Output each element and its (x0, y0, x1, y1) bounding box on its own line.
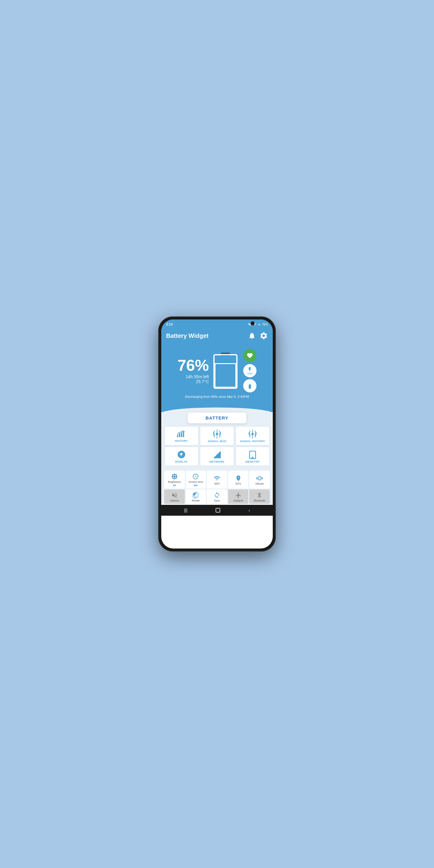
airplane-label: Airplane (233, 499, 243, 502)
desktop-label: DESKTOP (246, 460, 260, 463)
battery-main: 76% 14h 55m left 25.7°C (166, 349, 268, 393)
heart-icon (247, 352, 253, 359)
brightness-icon (171, 473, 178, 480)
phone-frame: 2:13 76% Battery Widget (158, 316, 276, 552)
battery-time-left: 14h 55m left (178, 374, 209, 379)
svg-point-10 (182, 430, 183, 431)
history-icon (177, 430, 186, 438)
voltage-label: 3.9V (247, 372, 252, 375)
battery-fill (215, 363, 236, 388)
battery-tab[interactable]: BATTERY (187, 412, 247, 424)
battery-tab-wrap: BATTERY (161, 412, 273, 424)
brightness-label: Brightness (168, 480, 181, 484)
screen-time-value: 30s (194, 484, 198, 487)
network-icon (213, 450, 221, 459)
desktop-icon (248, 450, 257, 459)
sync-label: Sync (214, 499, 220, 502)
gps-label: GPS (236, 482, 241, 485)
back-button[interactable]: ‹ (249, 508, 250, 513)
display-button[interactable]: DISPLAY (164, 447, 198, 466)
bolt-icon (247, 367, 253, 372)
history-label: HISTORY (175, 439, 188, 442)
screen-time-toggle[interactable]: Screen time 30s (186, 471, 206, 489)
bluetooth-icon (256, 492, 263, 498)
svg-rect-5 (179, 433, 180, 437)
svg-point-8 (179, 432, 179, 433)
bluetooth-label: Bluetooth (254, 499, 265, 502)
svg-rect-24 (216, 508, 220, 512)
airplane-toggle[interactable]: Airplane (228, 490, 249, 504)
signal-history-icon (248, 430, 257, 438)
grid-row-1: HISTORY SIGNAL MAP (164, 426, 270, 445)
svg-point-18 (252, 457, 253, 457)
home-icon (215, 507, 221, 513)
desktop-button[interactable]: DESKTOP (236, 447, 270, 466)
toggles-row-1: Brightness 50 Screen time 30s WiFi (164, 471, 270, 489)
notification-icon[interactable] (248, 332, 256, 340)
battery-section: 76% 14h 55m left 25.7°C (161, 346, 273, 407)
vibrate-label: Vibrate (255, 482, 264, 485)
voltage-button[interactable]: 3.9V (243, 364, 256, 377)
rotate-icon (192, 492, 199, 498)
discharge-text: Discharging from 99% since Mar 6, 2:40PM (185, 395, 249, 398)
battery-body (213, 354, 238, 389)
svg-rect-2 (259, 324, 259, 325)
rotate-toggle[interactable]: Rotate (186, 490, 206, 504)
volume-label: Volume (170, 499, 179, 502)
signal-map-button[interactable]: SIGNAL MAP (200, 426, 234, 445)
svg-rect-6 (181, 432, 182, 437)
svg-rect-4 (177, 435, 179, 437)
svg-point-19 (238, 476, 239, 478)
battery-side-icons: 3.9V Li (243, 349, 256, 393)
toggles-row-2: Volume Rotate Sync (164, 490, 270, 504)
svg-point-14 (252, 433, 253, 435)
gps-toggle[interactable]: GPS (228, 471, 249, 489)
battery-temperature: 25.7°C (178, 379, 209, 384)
battery-icon (212, 352, 239, 389)
status-time: 2:13 (166, 322, 173, 326)
signal-map-label: SIGNAL MAP (208, 440, 226, 443)
health-button[interactable] (243, 349, 256, 362)
li-label: Li (249, 387, 251, 389)
clock-icon (192, 473, 199, 480)
svg-rect-1 (258, 324, 259, 326)
svg-rect-3 (260, 323, 260, 325)
home-button[interactable] (215, 507, 221, 513)
signal-history-label: SIGNAL HISTORY (240, 440, 265, 443)
phone-screen: 2:13 76% Battery Widget (161, 319, 273, 549)
svg-point-12 (216, 433, 218, 435)
battery-status: 76% (262, 323, 268, 326)
settings-icon[interactable] (259, 332, 268, 340)
display-icon (177, 450, 186, 459)
wifi-toggle-icon (214, 475, 220, 482)
network-label: NETWORK (210, 460, 224, 463)
volume-icon (171, 492, 178, 498)
sync-icon (214, 492, 220, 498)
battery-type-button[interactable]: Li (243, 379, 256, 393)
app-header: Battery Widget (161, 329, 273, 346)
brightness-toggle[interactable]: Brightness 50 (164, 471, 185, 489)
grid-section: HISTORY SIGNAL MAP (161, 424, 273, 470)
wifi-label: WiFi (214, 482, 220, 485)
brightness-value: 50 (173, 484, 176, 487)
history-button[interactable]: HISTORY (164, 426, 198, 445)
display-label: DISPLAY (175, 460, 188, 463)
svg-rect-0 (258, 324, 258, 326)
header-icons (248, 332, 268, 340)
vibrate-toggle[interactable]: Vibrate (249, 471, 270, 489)
rotate-label: Rotate (192, 499, 200, 502)
sync-toggle[interactable]: Sync (207, 490, 227, 504)
gps-icon (235, 475, 242, 482)
bluetooth-toggle[interactable]: Bluetooth (249, 490, 270, 504)
recent-apps-button[interactable]: ||| (184, 508, 187, 513)
status-bar: 2:13 76% (161, 319, 273, 329)
signal-history-button[interactable]: SIGNAL HISTORY (236, 426, 270, 445)
svg-rect-7 (183, 431, 184, 437)
airplane-icon (235, 492, 242, 498)
wifi-toggle[interactable]: WiFi (207, 471, 227, 489)
volume-toggle[interactable]: Volume (164, 490, 185, 504)
network-button[interactable]: NETWORK (200, 447, 234, 466)
battery-stats: 76% 14h 55m left 25.7°C (178, 358, 209, 384)
battery-percentage: 76% (178, 358, 209, 373)
svg-point-9 (181, 431, 181, 432)
